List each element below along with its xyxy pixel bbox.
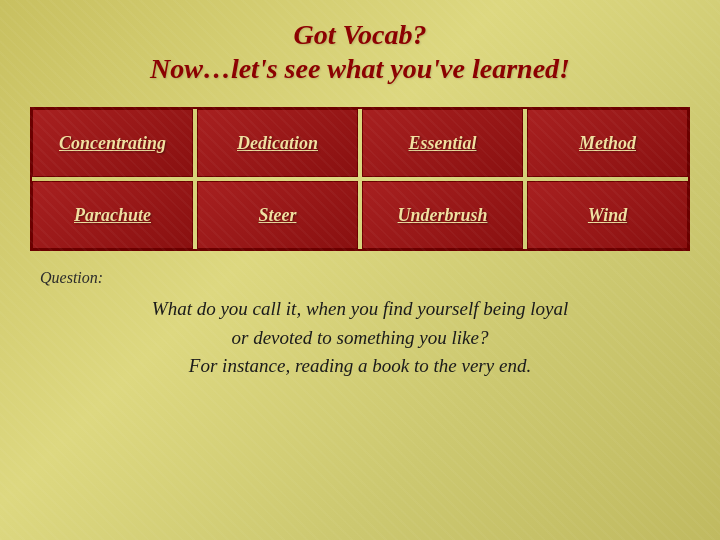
title-line1: Got Vocab? — [30, 18, 690, 52]
vocab-cell-method[interactable]: Method — [527, 109, 688, 177]
vocab-cell-parachute[interactable]: Parachute — [32, 181, 193, 249]
question-label: Question: — [40, 269, 680, 287]
vocab-cell-essential[interactable]: Essential — [362, 109, 523, 177]
vocab-cell-dedication[interactable]: Dedication — [197, 109, 358, 177]
vocab-word-method: Method — [579, 133, 636, 154]
vocab-cell-concentrating[interactable]: Concentrating — [32, 109, 193, 177]
question-text: What do you call it, when you find yours… — [40, 295, 680, 381]
title-section: Got Vocab? Now…let's see what you've lea… — [30, 18, 690, 85]
page-container: Got Vocab? Now…let's see what you've lea… — [0, 0, 720, 540]
vocab-word-underbrush: Underbrush — [397, 205, 487, 226]
vocab-cell-steer[interactable]: Steer — [197, 181, 358, 249]
vocab-cell-underbrush[interactable]: Underbrush — [362, 181, 523, 249]
vocab-word-essential: Essential — [408, 133, 476, 154]
question-section: Question: What do you call it, when you … — [30, 269, 690, 381]
vocab-word-steer: Steer — [259, 205, 297, 226]
vocab-word-concentrating: Concentrating — [59, 133, 166, 154]
title-line2: Now…let's see what you've learned! — [30, 52, 690, 86]
vocab-grid: Concentrating Dedication Essential Metho… — [30, 107, 690, 251]
vocab-word-wind: Wind — [588, 205, 627, 226]
vocab-cell-wind[interactable]: Wind — [527, 181, 688, 249]
vocab-word-parachute: Parachute — [74, 205, 151, 226]
vocab-word-dedication: Dedication — [237, 133, 318, 154]
